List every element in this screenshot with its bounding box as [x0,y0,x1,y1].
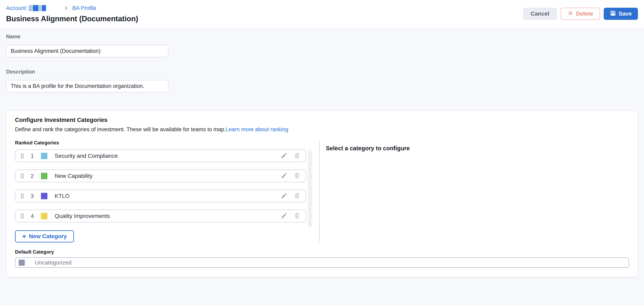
empty-panel-message: Select a category to configure [326,145,628,152]
default-category-label: Default Category [15,249,628,255]
default-category-swatch [19,260,25,266]
save-button[interactable]: Save [604,8,638,20]
breadcrumb: Account: BA Profile [6,4,138,12]
page-title: Business Alignment (Documentation) [6,14,138,23]
drag-handle-dots-icon[interactable] [20,193,25,199]
main-content: Name Description Configure Investment Ca… [0,28,644,305]
description-input[interactable] [6,80,168,92]
category-name: Quality Improvements [55,213,281,219]
trash-icon [294,192,300,200]
default-category-row[interactable]: Uncategorized [15,257,629,268]
floppy-disk-icon [610,10,616,18]
category-row-actions [281,212,300,220]
category-row[interactable]: 3 KTLO [15,190,306,202]
plus-icon: + [22,233,26,239]
chevron-right-icon [64,5,69,11]
category-row-actions [281,172,300,180]
name-label: Name [6,33,638,39]
page: Account: BA Profile Business Alignment (… [0,0,644,305]
category-config-panel: Select a category to configure [319,140,628,242]
category-name: New Capability [55,173,281,179]
page-header: Account: BA Profile Business Alignment (… [0,0,644,28]
ranked-categories-label: Ranked Categories [15,140,319,146]
list-scrollbar[interactable] [308,149,312,227]
pencil-icon [281,172,288,180]
ranked-categories-list-wrap: 1 Security and Compliance [15,149,312,222]
header-left: Account: BA Profile Business Alignment (… [6,4,138,23]
category-color-swatch [41,153,48,159]
edit-category-button[interactable] [281,152,288,160]
edit-category-button[interactable] [281,172,288,180]
delete-button[interactable]: Delete [561,8,600,20]
category-row-actions [281,152,300,160]
card-title: Configure Investment Categories [15,116,628,124]
ranked-categories-column: Ranked Categories 1 Security and Complia… [15,140,319,242]
category-rank: 3 [30,193,35,199]
trash-icon [294,152,300,160]
investment-categories-card: Configure Investment Categories Define a… [6,111,638,277]
pencil-icon [281,212,288,220]
drag-handle-dots-icon[interactable] [20,153,25,159]
delete-category-button[interactable] [294,172,300,180]
pencil-icon [281,192,288,200]
card-subtitle-text: Define and rank the categories of invest… [15,126,226,132]
header-actions: Cancel Delete Save [523,8,638,20]
cancel-button[interactable]: Cancel [523,8,557,20]
card-subtitle: Define and rank the categories of invest… [15,126,628,133]
category-rank: 4 [30,213,35,219]
delete-button-label: Delete [576,10,593,17]
save-button-label: Save [619,10,632,17]
drag-handle-dots-icon[interactable] [20,173,25,179]
category-color-swatch [41,213,48,219]
delete-category-button[interactable] [294,152,300,160]
category-rank: 2 [30,173,35,179]
categories-columns: Ranked Categories 1 Security and Complia… [15,140,628,242]
category-row[interactable]: 2 New Capability [15,170,306,182]
category-row[interactable]: 1 Security and Compliance [15,149,306,162]
breadcrumb-account-link[interactable]: Account: [6,5,46,11]
learn-more-link[interactable]: Learn more about ranking [226,126,288,132]
breadcrumb-ba-profile-link[interactable]: BA Profile [72,5,96,11]
category-row[interactable]: 4 Quality Improvements [15,210,306,222]
name-field-group: Name [6,33,638,57]
category-name: KTLO [55,193,281,199]
edit-category-button[interactable] [281,192,288,200]
x-icon [568,10,573,17]
new-category-button-label: New Category [29,233,67,240]
description-label: Description [6,69,638,75]
name-input[interactable] [6,45,168,57]
category-row-actions [281,192,300,200]
default-category-name: Uncategorized [35,260,72,266]
new-category-button[interactable]: + New Category [15,230,74,242]
category-color-swatch [41,193,48,199]
delete-category-button[interactable] [294,192,300,200]
breadcrumb-account-label: Account: [6,5,27,11]
pencil-icon [281,152,288,160]
trash-icon [294,172,300,180]
category-rank: 1 [30,153,35,159]
category-name: Security and Compliance [55,153,281,159]
redacted-account-name [28,5,46,11]
drag-handle-dots-icon[interactable] [20,213,25,219]
edit-category-button[interactable] [281,212,288,220]
ranked-categories-list: 1 Security and Compliance [15,149,312,222]
category-color-swatch [41,173,48,179]
description-field-group: Description [6,69,638,92]
delete-category-button[interactable] [294,212,300,220]
trash-icon [294,212,300,220]
